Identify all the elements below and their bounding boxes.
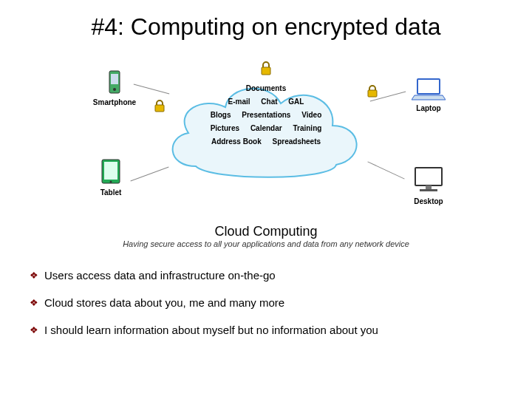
bullet-list: Users access data and infrastructure on-… xyxy=(22,269,510,336)
cloud-item: Spreadsheets xyxy=(272,135,321,149)
cloud-item: E-mail xyxy=(228,95,250,109)
tablet-icon xyxy=(89,159,133,187)
smartphone-icon xyxy=(89,70,140,97)
cloud-item: GAL xyxy=(288,95,304,109)
cloud-computing-title: Cloud Computing xyxy=(22,224,510,239)
device-label: Smartphone xyxy=(93,98,136,106)
bullet-item: Users access data and infrastructure on-… xyxy=(30,269,502,282)
svg-rect-4 xyxy=(111,74,118,84)
device-smartphone: Smartphone xyxy=(89,70,140,106)
device-label: Laptop xyxy=(416,104,440,112)
svg-point-5 xyxy=(113,88,116,91)
device-label: Desktop xyxy=(414,197,443,205)
svg-rect-2 xyxy=(368,90,377,97)
lock-icon xyxy=(154,100,166,116)
cloud-items: Documents E-mail Chat GAL Blogs Presenta… xyxy=(170,82,362,149)
cloud-item: Address Book xyxy=(211,135,262,149)
svg-point-8 xyxy=(110,181,112,183)
lock-icon xyxy=(259,61,273,79)
cloud-item: Blogs xyxy=(211,109,231,122)
svg-rect-7 xyxy=(104,162,117,180)
device-desktop: Desktop xyxy=(406,166,451,205)
device-laptop: Laptop xyxy=(406,78,451,112)
cloud-computing-subtitle: Having secure access to all your applica… xyxy=(22,239,510,248)
cloud-item: Documents xyxy=(246,82,286,95)
slide-title: #4: Computing on encrypted data xyxy=(22,13,510,41)
cloud-item: Presentations xyxy=(242,109,290,122)
svg-rect-1 xyxy=(155,105,164,112)
desktop-icon xyxy=(406,166,451,196)
bullet-item: Cloud stores data about you, me and many… xyxy=(30,296,502,309)
svg-rect-11 xyxy=(426,185,432,189)
svg-rect-9 xyxy=(417,79,440,94)
cloud-item: Training xyxy=(293,122,321,135)
cloud-item: Video xyxy=(301,109,321,122)
svg-rect-0 xyxy=(262,67,270,75)
device-tablet: Tablet xyxy=(89,159,133,197)
laptop-icon xyxy=(406,78,451,103)
svg-rect-10 xyxy=(415,168,442,185)
cloud-diagram: Documents E-mail Chat GAL Blogs Presenta… xyxy=(59,55,473,218)
cloud-item: Pictures xyxy=(211,122,239,135)
cloud-item: Calendar xyxy=(250,122,282,135)
bullet-item: I should learn information about myself … xyxy=(30,324,502,336)
svg-rect-12 xyxy=(420,189,437,191)
cloud-item: Chat xyxy=(261,95,277,109)
device-label: Tablet xyxy=(100,188,122,197)
